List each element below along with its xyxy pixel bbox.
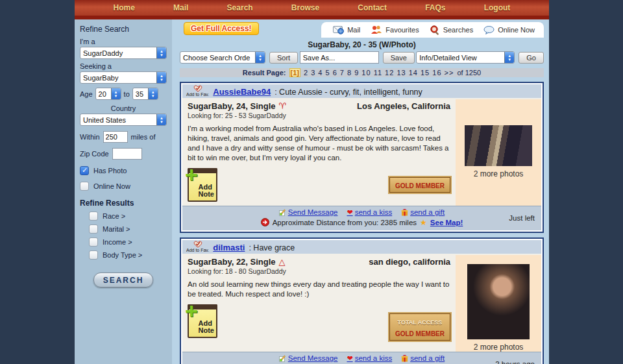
country-value: United States	[80, 116, 156, 124]
filter-body-type[interactable]: Body Type >	[89, 250, 167, 260]
username-link[interactable]: AussieBabe94	[213, 87, 271, 97]
nav-search[interactable]: Search	[227, 3, 253, 12]
go-button[interactable]: Go	[519, 52, 544, 64]
tab-online-now[interactable]: Online Now	[483, 26, 535, 34]
top-nav: Home Mail Search Browse Contact FAQs Log…	[75, 0, 549, 16]
get-full-access-button[interactable]: Get Full Access!	[184, 22, 259, 35]
nav-home[interactable]: Home	[114, 3, 135, 12]
body-type-label: Body Type >	[103, 251, 142, 259]
has-photo-option[interactable]: Has Photo	[80, 166, 167, 175]
profile-location: san diego, california	[369, 257, 450, 267]
add-to-fav-button[interactable]: Add to Fav.	[186, 85, 209, 97]
profile-photo[interactable]	[465, 125, 532, 166]
marital-checkbox[interactable]	[89, 224, 98, 234]
income-checkbox[interactable]	[89, 237, 98, 247]
profile-photo[interactable]	[467, 264, 530, 339]
page-links[interactable]: 2 3 4 5 6 7 8 9 10 11 12 13 14 15 16 >>	[304, 69, 454, 77]
site-window: Home Mail Search Browse Contact FAQs Log…	[75, 0, 549, 364]
send-message-link[interactable]: Send Message	[279, 208, 338, 216]
profile-summary: SugarBaby, 22, Single△	[188, 257, 286, 267]
age-from-select[interactable]: 20 ▲▼	[95, 88, 121, 100]
nav-browse[interactable]: Browse	[291, 3, 319, 12]
age-label: Age	[80, 90, 93, 98]
tab-searches-label: Searches	[443, 26, 473, 34]
profile-headline: : Have grace	[249, 243, 295, 252]
more-photos-link[interactable]: 2 more photos	[474, 343, 524, 352]
body-type-checkbox[interactable]	[89, 250, 98, 260]
profile-headline: : Cute Aussie - curvy, fit, intelligent,…	[275, 88, 422, 97]
plus-icon: +	[185, 303, 202, 320]
seeking-select[interactable]: SugarBaby ▲▼	[80, 71, 167, 84]
online-now-checkbox[interactable]	[80, 182, 89, 191]
tab-mail[interactable]: Mail	[333, 26, 360, 34]
pagination-bar: Result Page: [1] 2 3 4 5 6 7 8 9 10 11 1…	[180, 68, 544, 77]
im-a-value: SugarDaddy	[80, 49, 156, 57]
profile-description: An old soul learning new things every da…	[188, 280, 450, 299]
nav-mail[interactable]: Mail	[173, 3, 188, 12]
nav-logout[interactable]: Logout	[484, 3, 511, 12]
username-link[interactable]: dilmasti	[213, 243, 245, 252]
add-to-fav-label: Add to Fav.	[186, 248, 209, 252]
gold-member-label: GOLD MEMBER	[395, 182, 445, 189]
results-title: SugarBaby, 20 - 35 (W/Photo)	[180, 40, 544, 49]
searches-magnifier-icon	[430, 25, 440, 35]
race-label: Race >	[103, 212, 125, 220]
nav-contact[interactable]: Contact	[358, 3, 387, 12]
save-button[interactable]: Save	[383, 52, 415, 64]
map-star-icon: ★	[420, 218, 427, 227]
send-kiss-link[interactable]: ❤ send a kiss	[347, 208, 392, 217]
send-kiss-link[interactable]: ❤ send a kiss	[347, 354, 392, 363]
im-a-select[interactable]: SugarDaddy ▲▼	[80, 47, 167, 59]
filter-race[interactable]: Race >	[89, 212, 167, 221]
marital-label: Marital >	[103, 225, 130, 233]
filter-marital[interactable]: Marital >	[89, 224, 167, 234]
quick-tabs: Mail Favourites Searches Online Now	[321, 22, 544, 38]
sort-button[interactable]: Sort	[269, 52, 298, 64]
online-now-option[interactable]: Online Now	[80, 182, 167, 191]
mail-icon	[333, 26, 344, 34]
country-select[interactable]: United States ▲▼	[80, 114, 167, 126]
select-arrows-icon: ▲▼	[504, 52, 514, 63]
has-photo-checkbox[interactable]	[80, 166, 89, 175]
search-order-value: Choose Search Orde	[180, 54, 255, 62]
more-photos-link[interactable]: 2 more photos	[474, 169, 524, 178]
profile-location: Los Angeles, California	[357, 101, 450, 111]
online-now-label: Online Now	[93, 182, 130, 190]
view-mode-select[interactable]: Info/Detailed View ▲▼	[416, 51, 515, 64]
last-seen-status: 2 hours ago	[495, 360, 535, 364]
results-main: Get Full Access! Mail Favourites Sear	[172, 19, 549, 364]
gold-member-label: GOLD MEMBER	[395, 330, 445, 337]
tab-favourites-label: Favourites	[385, 26, 419, 34]
age-from-value: 20	[96, 90, 111, 98]
tab-favourites[interactable]: Favourites	[371, 25, 419, 34]
add-to-fav-button[interactable]: Add to Fav.	[186, 241, 209, 252]
miles-input[interactable]	[103, 131, 128, 143]
send-gift-link[interactable]: send a gift	[401, 208, 445, 216]
online-now-bubble-icon	[483, 26, 495, 34]
refine-search-sidebar: Refine Search I'm a SugarDaddy ▲▼ Seekin…	[75, 19, 172, 364]
age-to-select[interactable]: 35 ▲▼	[132, 88, 158, 100]
profile-card: Add to Fav. AussieBabe94 : Cute Aussie -…	[180, 82, 544, 233]
race-checkbox[interactable]	[89, 212, 98, 221]
save-as-input[interactable]	[300, 51, 379, 64]
has-photo-label: Has Photo	[93, 167, 127, 175]
looking-for: Looking for: 18 - 80 SugarDaddy	[188, 267, 450, 275]
add-to-fav-label: Add to Fav.	[186, 92, 209, 97]
seeking-value: SugarBaby	[80, 74, 156, 82]
gift-icon	[401, 209, 408, 216]
filter-income[interactable]: Income >	[89, 237, 167, 247]
see-map-link[interactable]: See Map!	[430, 219, 463, 226]
profile-card-header: Add to Fav. AussieBabe94 : Cute Aussie -…	[182, 84, 541, 98]
distance-arrow-icon	[261, 218, 269, 226]
send-message-link[interactable]: Send Message	[279, 354, 338, 362]
im-a-label: I'm a	[80, 38, 167, 45]
tab-searches[interactable]: Searches	[430, 25, 473, 35]
add-note-button[interactable]: + AddNote	[188, 304, 217, 338]
nav-faqs[interactable]: FAQs	[425, 3, 445, 12]
zip-code-input[interactable]	[112, 148, 142, 160]
send-gift-link[interactable]: send a gift	[401, 354, 445, 362]
select-arrows-icon: ▲▼	[111, 88, 121, 99]
search-order-select[interactable]: Choose Search Orde ▲▼	[180, 51, 265, 64]
add-note-button[interactable]: + AddNote	[188, 168, 217, 202]
search-button[interactable]: SEARCH	[93, 273, 153, 287]
